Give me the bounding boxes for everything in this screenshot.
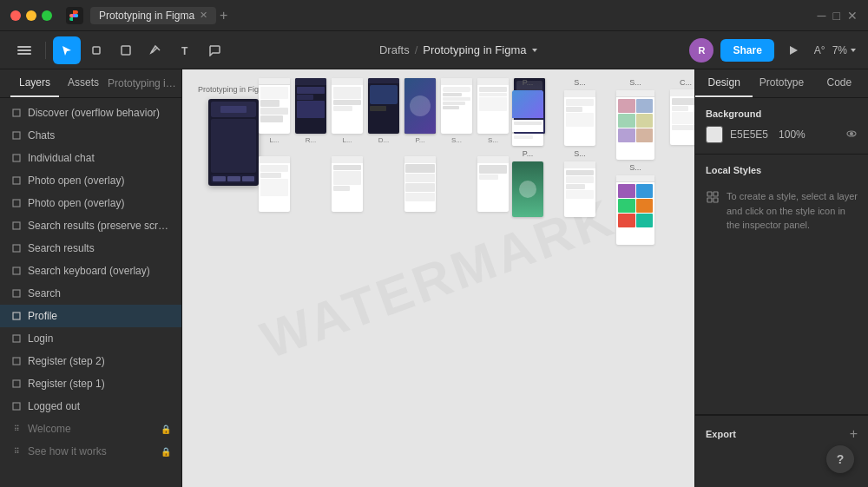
frame-grid-label2: S... <box>629 163 641 172</box>
layer-login[interactable]: Login <box>0 327 181 350</box>
pen-tool-button[interactable] <box>141 36 169 64</box>
frame-photo-thumb <box>512 90 543 146</box>
export-header: Export + <box>706 426 858 442</box>
background-color-value[interactable]: E5E5E5 <box>730 128 768 141</box>
main-area: Layers Assets Prototyping in ... Discove… <box>0 69 868 487</box>
layer-photo-open-1[interactable]: Photo open (overlay) <box>0 169 181 192</box>
layer-search[interactable]: Search <box>0 282 181 305</box>
layer-label: Profile <box>28 310 171 322</box>
layer-label: Register (step 2) <box>28 355 171 367</box>
layer-photo-open-2[interactable]: Photo open (overlay) <box>0 192 181 214</box>
text-tool-button[interactable]: T <box>171 36 199 64</box>
layer-label: Login <box>28 332 171 345</box>
svg-rect-57 <box>13 313 20 319</box>
layer-search-results-preserve[interactable]: Search results (preserve scroll po... <box>0 214 181 237</box>
frame-label-3: L... <box>342 136 352 144</box>
frame-c-item: C... <box>670 78 694 145</box>
layer-register-step1[interactable]: Register (step 1) <box>0 372 181 395</box>
close-button[interactable]: ✕ <box>847 9 858 23</box>
move-tool-button[interactable] <box>53 36 81 64</box>
canvas[interactable]: WATERMARK Prototyping in Figma <box>182 69 694 487</box>
local-styles-label: Local Styles <box>706 165 761 175</box>
frame-grid-label: S... <box>629 78 641 87</box>
background-opacity-value[interactable]: 100% <box>779 128 806 141</box>
zoom-control[interactable]: 7% <box>832 44 858 56</box>
frame-tool-button[interactable] <box>82 36 110 64</box>
layer-frame-icon-3 <box>10 152 23 164</box>
active-tab[interactable]: Prototyping in Figma ✕ <box>90 7 216 24</box>
svg-point-83 <box>851 132 853 135</box>
layer-search-results[interactable]: Search results <box>0 237 181 260</box>
maximize-button[interactable]: □ <box>833 9 840 23</box>
tab-code[interactable]: Code <box>811 69 868 97</box>
comment-tool-button[interactable] <box>201 36 228 64</box>
tab-close-icon[interactable]: ✕ <box>200 10 207 21</box>
background-visibility-toggle[interactable] <box>845 128 858 142</box>
layer-discover[interactable]: Discover (overflow behavior) <box>0 102 181 124</box>
frame-item-3: L... <box>332 78 363 144</box>
add-tab-button[interactable]: + <box>220 8 227 23</box>
layer-frame-icon-7 <box>10 242 23 254</box>
svg-rect-87 <box>713 198 718 202</box>
present-icon[interactable]: A° <box>814 44 825 56</box>
share-button[interactable]: Share <box>720 39 773 62</box>
layer-individual-chat[interactable]: Individual chat <box>0 147 181 169</box>
tab-more[interactable]: Prototyping in ... <box>108 69 189 97</box>
layer-label: Search results (preserve scroll po... <box>28 220 171 232</box>
frame-label-7: S... <box>488 136 498 144</box>
breadcrumb-file[interactable]: Prototyping in Figma <box>423 43 538 56</box>
layer-see-how-it-works[interactable]: ⠿ See how it works 🔒 <box>0 440 181 463</box>
frame-profile-group: S... S... <box>564 78 595 217</box>
layer-label: Register (step 1) <box>28 378 171 390</box>
close-dot[interactable] <box>10 10 21 21</box>
layer-logged-out[interactable]: Logged out <box>0 395 181 418</box>
frame-row2-1 <box>259 156 290 212</box>
frame-profile-label: S... <box>574 78 586 87</box>
help-button[interactable]: ? <box>826 445 854 473</box>
tool-group-main: T <box>53 36 228 64</box>
breadcrumb-drafts[interactable]: Drafts <box>379 43 410 56</box>
frame-grid-thumb2 <box>616 175 654 245</box>
svg-rect-9 <box>122 46 130 55</box>
svg-rect-62 <box>13 335 20 342</box>
frame-row2-gap <box>295 156 326 212</box>
layer-search-keyboard[interactable]: Search keyboard (overlay) <box>0 260 181 282</box>
right-panel-tabs: Design Prototype Code <box>695 69 868 98</box>
background-row: E5E5E5 100% <box>706 126 858 143</box>
tab-layers[interactable]: Layers <box>10 69 59 97</box>
maximize-dot[interactable] <box>42 10 52 21</box>
tab-assets[interactable]: Assets <box>59 69 108 97</box>
frame-label-2: R... <box>306 136 316 144</box>
tool-group-left <box>10 36 38 64</box>
layer-profile[interactable]: Profile <box>0 305 181 327</box>
export-add-button[interactable]: + <box>850 426 858 442</box>
minimize-dot[interactable] <box>26 10 36 21</box>
frame-thumb-5 <box>404 78 436 134</box>
frame-item-2: R... <box>295 78 326 144</box>
menu-button[interactable] <box>10 36 38 64</box>
layer-chats[interactable]: Chats <box>0 124 181 147</box>
svg-rect-22 <box>13 155 20 161</box>
layer-register-step2[interactable]: Register (step 2) <box>0 350 181 372</box>
svg-point-0 <box>75 14 78 17</box>
svg-rect-47 <box>13 267 20 274</box>
tab-label: Prototyping in Figma <box>99 10 194 22</box>
tab-prototype[interactable]: Prototype <box>753 69 810 97</box>
background-color-swatch[interactable] <box>706 126 723 143</box>
layer-frame-icon-8 <box>10 265 23 277</box>
frame-label-6: S... <box>451 136 462 144</box>
svg-rect-37 <box>13 222 20 229</box>
local-styles-section: Local Styles To create a style, select a… <box>695 155 868 415</box>
shape-tool-button[interactable] <box>112 36 140 64</box>
layer-welcome[interactable]: ⠿ Welcome 🔒 <box>0 418 181 440</box>
export-label: Export <box>706 429 736 439</box>
tab-design[interactable]: Design <box>695 69 753 97</box>
play-button[interactable] <box>781 38 806 63</box>
background-label: Background <box>706 109 858 119</box>
frame-profile-thumb <box>564 90 595 146</box>
local-styles-hint-text: To create a style, select a layer and cl… <box>727 189 858 233</box>
toolbar-center: Drafts / Prototyping in Figma <box>232 43 686 56</box>
minimize-button[interactable]: ─ <box>818 9 826 23</box>
svg-rect-2 <box>17 49 31 51</box>
frame-thumb-7 <box>477 78 509 134</box>
